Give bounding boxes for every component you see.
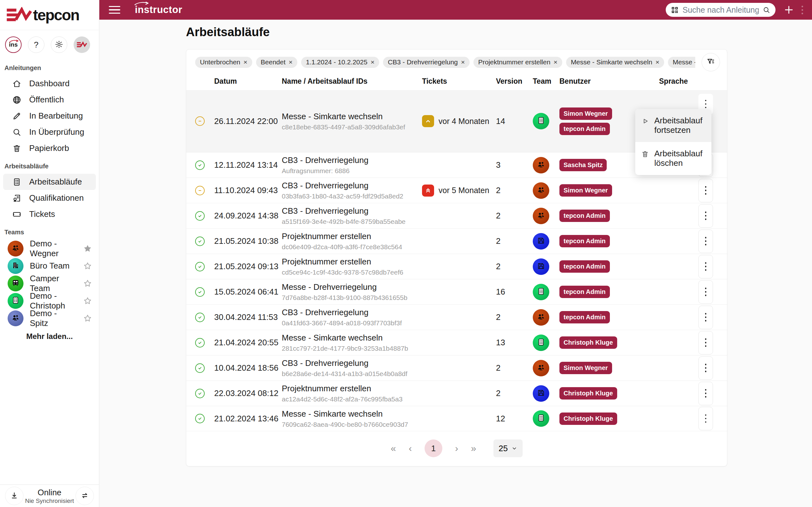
menu-toggle-button[interactable] xyxy=(109,6,120,14)
row-id: ac12a4d2-5d6c-48f2-af2a-76c995fba5a3 xyxy=(282,395,422,403)
row-users: Simon Wegner xyxy=(559,184,659,196)
sidebar-item-qualifikationen[interactable]: Qualifikationen xyxy=(3,190,96,206)
team-avatar xyxy=(533,182,549,199)
remove-filter-icon[interactable]: × xyxy=(461,58,465,66)
workflow-row[interactable]: 21.05.2024 10:38 Projektnummer erstellen… xyxy=(186,228,727,253)
sidebar-item-tickets[interactable]: Tickets xyxy=(3,206,96,222)
filter-chip[interactable]: Messe - Drehverriegelung× xyxy=(668,57,695,68)
team-item[interactable]: Büro Team xyxy=(0,257,99,275)
sidebar-item-dashboard[interactable]: Dashboard xyxy=(3,75,96,92)
qr-scan-icon[interactable] xyxy=(671,6,679,14)
workflow-row[interactable]: 21.05.2024 09:13 Projektnummer erstellen… xyxy=(186,253,727,279)
filter-chip[interactable]: CB3 - Drehverriegelung× xyxy=(383,57,470,68)
row-users: Christoph Kluge xyxy=(559,336,659,349)
row-menu-button[interactable] xyxy=(698,306,713,329)
row-menu-button[interactable] xyxy=(698,230,713,253)
filter-chip[interactable]: Messe - Simkarte wechseln× xyxy=(566,57,664,68)
row-team xyxy=(533,284,559,300)
search-bar[interactable] xyxy=(666,3,775,17)
star-icon[interactable] xyxy=(83,314,92,323)
sidebar-item-oeffentlich[interactable]: Öffentlich xyxy=(3,92,96,108)
sidebar-item-papierkorb[interactable]: Papierkorb xyxy=(3,140,96,156)
team-item[interactable]: Demo - Wegner xyxy=(0,240,99,257)
remove-filter-icon[interactable]: × xyxy=(371,58,374,66)
column-header: Benutzer xyxy=(559,77,659,86)
row-version: 2 xyxy=(496,236,533,246)
row-menu-button[interactable] xyxy=(698,407,713,430)
row-name: CB3 - Drehverriegelung03b3fa63-1b80-4a32… xyxy=(282,181,422,200)
team-item[interactable]: Camper Team xyxy=(0,275,99,292)
page-size-select[interactable]: 25 xyxy=(494,440,523,457)
star-filled-icon[interactable] xyxy=(83,244,92,253)
board-icon xyxy=(537,287,546,297)
workflow-row[interactable]: 15.05.2024 06:41 Messe - Drehverriegelun… xyxy=(186,279,727,304)
context-menu-item[interactable]: Arbeitsablauf löschen xyxy=(635,142,711,175)
row-menu-button[interactable] xyxy=(698,280,713,304)
row-id: a515f169-3e4e-492b-b4fe-8759ba55eabe xyxy=(282,218,422,225)
sidebar-item-in-ueberpruefung[interactable]: In Überprüfung xyxy=(3,124,96,140)
ticket-priority-icon xyxy=(422,184,434,196)
filter-chip[interactable]: Beendet× xyxy=(256,57,298,68)
next-page-button[interactable]: › xyxy=(455,443,458,454)
status-beendet-icon xyxy=(195,389,205,398)
sidebar-item-arbeitsablaeufe[interactable]: Arbeitsabläufe xyxy=(3,174,96,190)
last-page-button[interactable]: » xyxy=(471,443,476,454)
workflow-row[interactable]: 10.04.2024 18:56 CB3 - Drehverriegelungb… xyxy=(186,355,727,381)
filter-settings-button[interactable] xyxy=(702,53,720,71)
star-icon[interactable] xyxy=(83,262,92,271)
workflow-row[interactable]: 22.03.2024 08:12 Projektnummer erstellen… xyxy=(186,381,727,406)
cert-icon xyxy=(12,193,21,203)
column-header: Team xyxy=(533,77,559,86)
ticket-icon xyxy=(12,210,21,219)
filter-chip[interactable]: 1.1.2024 - 10.2.2025× xyxy=(301,57,379,68)
star-icon[interactable] xyxy=(83,279,92,288)
search-input[interactable] xyxy=(682,5,759,14)
prev-page-button[interactable]: ‹ xyxy=(409,443,412,454)
sidebar-item-in-bearbeitung[interactable]: In Bearbeitung xyxy=(3,108,96,124)
workflow-row[interactable]: 11.10.2024 09:43 CB3 - Drehverriegelung0… xyxy=(186,178,727,203)
section-label-teams: Teams xyxy=(0,222,99,240)
filter-chip[interactable]: Projektnummer erstellen× xyxy=(473,57,562,68)
row-menu-button[interactable] xyxy=(698,331,713,354)
remove-filter-icon[interactable]: × xyxy=(289,58,293,66)
row-menu-button[interactable] xyxy=(698,179,713,202)
row-date: 21.04.2024 20:55 xyxy=(214,338,282,347)
current-page-indicator[interactable]: 1 xyxy=(424,440,442,457)
row-menu-button[interactable] xyxy=(698,356,713,380)
workflow-row[interactable]: 30.04.2024 11:53 CB3 - Drehverriegelung0… xyxy=(186,304,727,330)
row-menu-button[interactable] xyxy=(698,204,713,228)
overflow-menu-button[interactable] xyxy=(798,3,806,17)
help-button[interactable]: ? xyxy=(28,37,44,53)
row-date: 26.11.2024 22:00 xyxy=(214,116,282,126)
remove-filter-icon[interactable]: × xyxy=(656,58,659,66)
sync-button[interactable] xyxy=(75,487,94,505)
filter-chip[interactable]: Unterbrochen× xyxy=(195,57,252,68)
row-users: tepcon Admin xyxy=(559,286,659,298)
first-page-button[interactable]: « xyxy=(391,443,396,454)
row-name: Messe - Drehverriegelung7d76a8be-b28f-41… xyxy=(282,282,422,301)
remove-filter-icon[interactable]: × xyxy=(243,58,247,66)
add-button[interactable] xyxy=(784,5,794,15)
workflow-row[interactable]: 21.02.2024 13:46 Messe - Simkarte wechse… xyxy=(186,406,727,431)
context-menu-item[interactable]: Arbeitsablauf fortsetzen xyxy=(635,109,711,142)
download-button[interactable] xyxy=(5,487,23,505)
user-badge: Simon Wegner xyxy=(559,108,612,120)
row-menu-button[interactable] xyxy=(698,382,713,405)
account-avatar[interactable] xyxy=(73,37,90,53)
load-more-button[interactable]: Mehr laden... xyxy=(0,327,99,346)
status-unterbrochen-icon xyxy=(195,186,205,195)
team-avatar xyxy=(533,309,549,326)
workflow-row[interactable]: 21.04.2024 20:55 Messe - Simkarte wechse… xyxy=(186,330,727,355)
workflow-row[interactable]: 24.09.2024 14:38 CB3 - Drehverriegelunga… xyxy=(186,203,727,228)
row-menu-button[interactable] xyxy=(698,255,713,278)
star-icon[interactable] xyxy=(83,296,92,305)
remove-filter-icon[interactable]: × xyxy=(554,58,558,66)
search-icon[interactable] xyxy=(762,6,770,14)
team-avatar xyxy=(533,259,549,275)
team-item[interactable]: Demo - Christoph xyxy=(0,292,99,309)
column-header: Version xyxy=(496,77,533,86)
team-item[interactable]: Demo - Spitz xyxy=(0,309,99,327)
team-avatar xyxy=(8,276,23,291)
instructor-app-button[interactable]: ins xyxy=(5,37,21,53)
settings-button[interactable] xyxy=(51,37,67,53)
